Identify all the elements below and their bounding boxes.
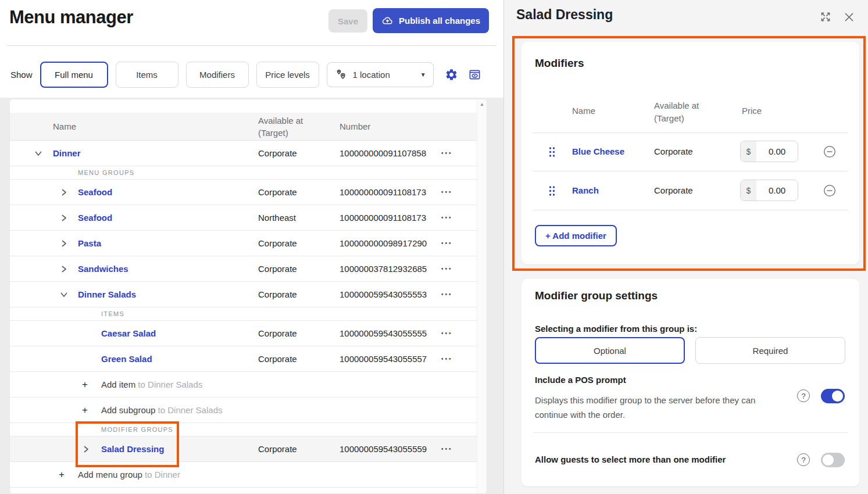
modifier-available-at: Corporate: [654, 133, 693, 171]
filter-tab-items[interactable]: Items: [116, 62, 178, 88]
chevron-right-icon[interactable]: [60, 239, 68, 248]
close-icon: [843, 11, 855, 23]
scroll-up-icon[interactable]: ▲: [477, 102, 487, 107]
settings-card-title: Modifier group settings: [535, 289, 658, 302]
preview-button[interactable]: [466, 66, 484, 84]
add-action-label: Add item: [101, 380, 135, 389]
currency-symbol: $: [741, 180, 756, 201]
filter-tab-price-levels[interactable]: Price levels: [256, 62, 319, 88]
close-panel-button[interactable]: [841, 9, 856, 24]
toggle-knob: [832, 391, 843, 402]
page-title: Menu manager: [9, 7, 133, 28]
row-actions-button[interactable]: •••: [441, 141, 453, 166]
row-actions-button[interactable]: •••: [441, 205, 453, 231]
add-action-label: Add menu group: [78, 470, 142, 479]
add-modifier-button[interactable]: + Add modifier: [535, 225, 617, 246]
add-item-link[interactable]: Add item to Dinner Salads: [101, 372, 202, 398]
row-actions-button[interactable]: •••: [441, 321, 453, 346]
pos-prompt-toggle[interactable]: [821, 389, 845, 403]
menu-manager-pane: Menu manager Save Publish all changes Sh…: [0, 0, 503, 494]
modifier-name-link[interactable]: Blue Cheese: [572, 133, 624, 171]
expand-panel-button[interactable]: [818, 9, 833, 24]
price-input[interactable]: [756, 180, 798, 201]
number-value: 100000059543055555: [340, 321, 427, 346]
multi-select-help-icon[interactable]: ?: [797, 453, 810, 466]
chevron-down-icon[interactable]: [60, 291, 68, 299]
row-actions-button[interactable]: •••: [441, 256, 453, 282]
chevron-right-icon[interactable]: [82, 445, 90, 453]
chevron-down-icon[interactable]: [34, 149, 42, 157]
menu-table-card: Name Available at (Target) Number Dinner…: [9, 99, 487, 494]
modifier-group-settings-card: Modifier group settings Selecting a modi…: [521, 279, 859, 486]
number-value: 100000059543055557: [340, 346, 427, 372]
modifier-column-available-at: Available at (Target): [654, 99, 699, 125]
section-label-row: MENU GROUPS: [10, 166, 477, 180]
pos-prompt-help-icon[interactable]: ?: [797, 389, 810, 402]
menu-entity-link[interactable]: Caesar Salad: [101, 321, 156, 346]
remove-modifier-button[interactable]: [823, 145, 837, 160]
row-actions-button[interactable]: •••: [441, 346, 453, 372]
add-action-row[interactable]: +Add menu group to Dinner: [10, 462, 477, 488]
publish-button-label: Publish all changes: [399, 16, 480, 26]
menu-entity-link[interactable]: Green Salad: [101, 346, 152, 372]
cloud-upload-icon: [381, 15, 394, 27]
location-dropdown[interactable]: 1 location ▼: [327, 62, 434, 87]
row-actions-button[interactable]: •••: [441, 231, 453, 256]
option-required[interactable]: Required: [695, 337, 845, 364]
row-actions-button[interactable]: •••: [441, 180, 453, 205]
row-actions-button[interactable]: •••: [441, 282, 453, 307]
chevron-right-icon[interactable]: [60, 265, 68, 273]
menu-entity-link[interactable]: Pasta: [78, 231, 101, 256]
price-input[interactable]: [756, 141, 798, 162]
menu-entity-link[interactable]: Salad Dressing: [101, 436, 164, 462]
chevron-right-icon[interactable]: [60, 214, 68, 222]
available-at-value: Corporate: [258, 436, 297, 462]
table-row-pasta[interactable]: PastaCorporate100000000098917290•••: [10, 231, 477, 256]
chevron-down-icon: ▼: [420, 71, 426, 78]
column-header-available-at: Available at (Target): [258, 114, 303, 139]
row-actions-button[interactable]: •••: [441, 436, 453, 462]
remove-modifier-button[interactable]: [823, 184, 837, 199]
chevron-right-icon[interactable]: [60, 188, 68, 196]
save-button[interactable]: Save: [328, 9, 367, 33]
option-optional[interactable]: Optional: [535, 337, 685, 364]
show-label: Show: [10, 70, 33, 80]
multi-select-toggle[interactable]: [821, 453, 845, 467]
add-action-row[interactable]: +Add item to Dinner Salads: [10, 372, 477, 398]
menu-entity-link[interactable]: Sandwiches: [78, 256, 128, 282]
section-label-row: MODIFIER GROUPS: [10, 423, 477, 436]
add-action-row[interactable]: +Add subgroup to Dinner Salads: [10, 398, 477, 423]
number-value: 100000037812932685: [340, 256, 427, 282]
table-row-green-salad[interactable]: Green SaladCorporate100000059543055557••…: [10, 346, 477, 372]
selection-requirement-label: Selecting a modifier from this group is:: [535, 324, 697, 334]
number-value: 100000000091108173: [340, 205, 426, 231]
table-row-caesar-salad[interactable]: Caesar SaladCorporate100000059543055555•…: [10, 321, 477, 346]
divider: [533, 210, 848, 210]
table-row-sandwiches[interactable]: SandwichesCorporate100000037812932685•••: [10, 256, 477, 282]
drag-handle-icon[interactable]: [548, 185, 556, 198]
add-subgroup-link[interactable]: Add subgroup to Dinner Salads: [101, 398, 222, 423]
filter-tab-modifiers[interactable]: Modifiers: [186, 62, 249, 88]
available-at-value: Corporate: [258, 346, 297, 372]
column-header-name: Name: [53, 113, 76, 141]
publish-all-changes-button[interactable]: Publish all changes: [373, 8, 489, 33]
modifiers-card-title: Modifiers: [535, 57, 584, 70]
drag-handle-icon[interactable]: [548, 146, 556, 159]
filter-tab-full-menu[interactable]: Full menu: [40, 62, 108, 88]
add-menu-group-link[interactable]: Add menu group to Dinner: [78, 462, 180, 488]
menu-entity-link[interactable]: Dinner Salads: [78, 282, 136, 307]
modifier-name-link[interactable]: Ranch: [572, 171, 599, 210]
menu-entity-link[interactable]: Seafood: [78, 205, 112, 231]
menu-entity-link[interactable]: Seafood: [78, 180, 112, 205]
menu-entity-link[interactable]: Dinner: [53, 141, 81, 166]
table-row-dinner[interactable]: DinnerCorporate100000000091107858•••: [10, 141, 477, 166]
location-pin-icon: [334, 68, 348, 82]
available-at-value: Corporate: [258, 282, 297, 307]
table-row-salad-dressing[interactable]: Salad DressingCorporate10000005954305555…: [10, 436, 477, 462]
settings-gear-button[interactable]: [443, 66, 460, 84]
table-row-seafood[interactable]: SeafoodNortheast100000000091108173•••: [10, 205, 477, 231]
table-row-seafood[interactable]: SeafoodCorporate100000000091108173•••: [10, 180, 477, 205]
vertical-scrollbar[interactable]: ▲: [477, 99, 487, 493]
table-row-dinner-salads[interactable]: Dinner SaladsCorporate100000059543055553…: [10, 282, 477, 307]
selection-requirement-toggle-group: OptionalRequired: [535, 337, 845, 364]
